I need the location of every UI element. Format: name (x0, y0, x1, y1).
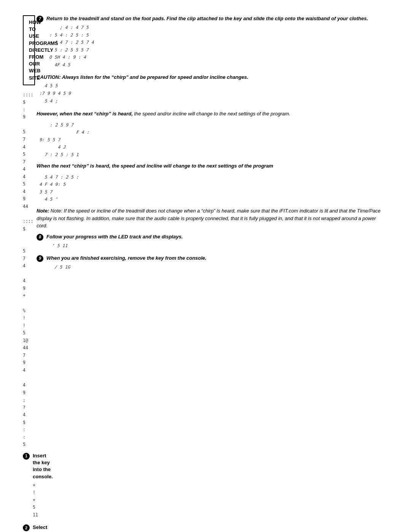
step-8-header: 8 Follow your progress with the LED trac… (37, 233, 388, 241)
step-9-garbled: / 5 1G (46, 264, 388, 271)
two-column-layout: HOW TO USE PROGRAMS DIRECTLY FROM OUR WE… (23, 15, 388, 532)
when-garbled: 5 4 7 : 2 5 : 4 F 4 9: 5 3 5 7 4 5 ‘ (37, 174, 388, 203)
when-paragraph: When the next “chirp” is heard, the spee… (37, 162, 388, 170)
step-7-garbled: ; 4 : 4 7 5 : 5 4 : 2 5 : 5 + 4 4 7 : 2 … (46, 24, 388, 69)
step-8-garbled: ‘ 5 11 (46, 242, 388, 250)
step-1-number: 1 (23, 453, 30, 460)
step-7-number: 7 (37, 16, 43, 22)
step-9-number: 9 (37, 255, 43, 262)
however-paragraph: However, when the next “chirp” is heard,… (37, 110, 388, 118)
step-9-block: 9 When you are finished exercising, remo… (37, 255, 388, 271)
step-9-header: 9 When you are finished exercising, remo… (37, 255, 388, 262)
caution-block: CAUTION: Always listen for the “chirp” a… (37, 74, 388, 105)
step-7-block: 7 Return to the treadmill and stand on t… (37, 15, 388, 69)
step-7-label: Return to the treadmill and stand on the… (46, 15, 368, 22)
step-8-block: 8 Follow your progress with the LED trac… (37, 233, 388, 250)
step-9-label: When you are finished exercising, remove… (46, 255, 206, 262)
however-garbled: : 2 5 9 7 F 4 : 9: 5 5 7 4 J 7 : 2 5 : 5… (37, 121, 388, 159)
caution-text: CAUTION: Always listen for the “chirp” a… (37, 74, 388, 81)
step-8-label: Follow your progress with the LED track … (46, 233, 183, 240)
page-container: HOW TO USE PROGRAMS DIRECTLY FROM OUR WE… (23, 15, 388, 532)
step-8-number: 8 (37, 234, 43, 241)
caution-garbled: 4 5 5 :7 9 9 4 5 9 5 4 ; (37, 82, 388, 105)
note-paragraph: Note: Note: If the speed or incline of t… (37, 207, 388, 230)
step-7-header: 7 Return to the treadmill and stand on t… (37, 15, 388, 22)
section-header: HOW TO USE PROGRAMS DIRECTLY FROM OUR WE… (23, 15, 35, 85)
right-column: 7 Return to the treadmill and stand on t… (37, 15, 388, 271)
step-2-number: 2 (23, 524, 30, 531)
